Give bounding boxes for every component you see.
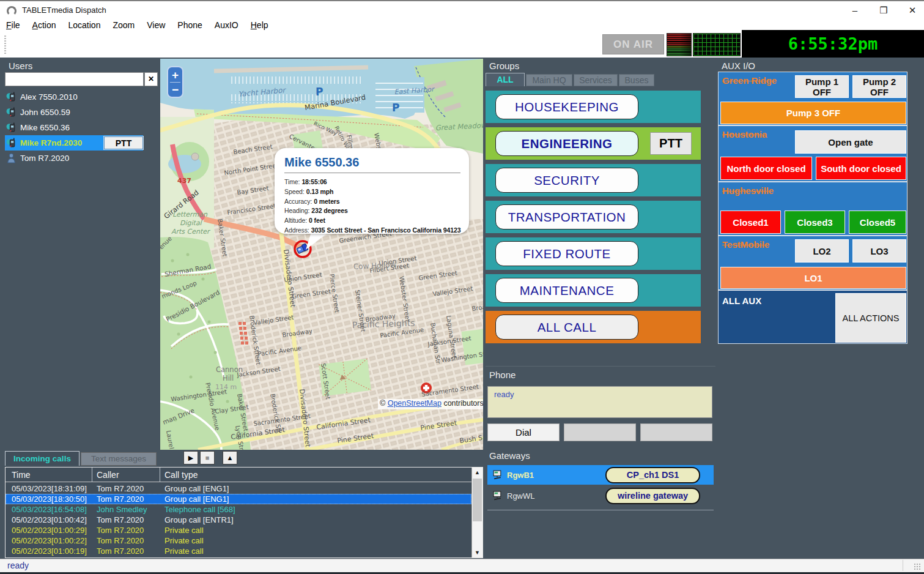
- expand-calls-button[interactable]: ▲: [223, 451, 237, 464]
- group-button-fixed-route[interactable]: FIXED ROUTE: [495, 241, 638, 266]
- calls-table-header: Time Caller Call type: [6, 468, 471, 482]
- map-label: Arts Center: [171, 228, 211, 236]
- aux-button-pump-3-off[interactable]: Pump 3 OFF: [720, 102, 906, 124]
- aux-section-name: TestMobile: [722, 239, 769, 250]
- user-search-input[interactable]: [5, 72, 144, 86]
- phone-display[interactable]: ready: [487, 386, 712, 418]
- menu-action[interactable]: Action: [26, 18, 62, 32]
- menu-location[interactable]: Location: [62, 18, 107, 32]
- aux-button-pump-2-off[interactable]: Pump 2 OFF: [852, 75, 906, 98]
- user-list-item[interactable]: Tom R7.2020: [5, 151, 143, 166]
- call-log-row[interactable]: 05/02/2023[01:00:19]Tom R7.2020Private c…: [6, 546, 471, 556]
- radio-icon: [6, 122, 17, 133]
- map-label: P: [392, 102, 399, 114]
- group-button-transportation[interactable]: TRANSPORTATION: [495, 204, 638, 229]
- group-button-maintenance[interactable]: MAINTENANCE: [495, 278, 638, 303]
- gateway-row[interactable]: RgwWLwireline gateway: [487, 486, 714, 505]
- aux-button-closed5[interactable]: Closed5: [849, 211, 906, 234]
- aux-button-all-actions[interactable]: ALL ACTIONS: [835, 293, 906, 343]
- group-row: TRANSPORTATION: [486, 201, 701, 233]
- clock-display: 6:55:32pm: [742, 30, 924, 58]
- phone-panel-title: Phone: [489, 370, 516, 380]
- menu-phone[interactable]: Phone: [171, 18, 208, 32]
- title-bar: TABLETmedia Dispatch – ❒ ✕: [0, 1, 924, 18]
- scroll-down-arrow: ▼: [472, 548, 482, 557]
- gateway-channel-button[interactable]: wireline gateway: [605, 488, 700, 504]
- map-label: Hill: [223, 374, 234, 382]
- resize-grip[interactable]: [914, 563, 922, 571]
- aux-section-testmobile: TestMobileLO2LO3LO1: [718, 236, 907, 290]
- aux-button-lo2[interactable]: LO2: [795, 239, 849, 263]
- call-log-row[interactable]: 05/03/2023[16:54:08]John SmedleyTelephon…: [6, 504, 471, 515]
- maximize-button[interactable]: ❒: [874, 4, 893, 17]
- aux-section-green-ridge: Green RidgePump 1 OFFPump 2 OFFPump 3 OF…: [718, 72, 907, 125]
- popup-data-row: Time:18:55:06: [284, 177, 460, 187]
- gateway-channel-button[interactable]: CP_ch1 DS1: [605, 467, 700, 483]
- menu-help[interactable]: Help: [245, 18, 275, 32]
- aux-button-south-door-closed[interactable]: South door closed: [816, 157, 906, 180]
- user-list-item[interactable]: John 6550.59: [5, 105, 143, 120]
- window-title: TABLETmedia Dispatch: [22, 6, 106, 15]
- user-name: Mike 6550.36: [20, 123, 70, 132]
- openstreetmap-link[interactable]: OpenStreetMap: [388, 399, 442, 408]
- aux-button-north-door-closed[interactable]: North door closed: [720, 157, 812, 180]
- groups-tab-buses[interactable]: Buses: [619, 74, 654, 86]
- group-button-security[interactable]: SECURITY: [495, 168, 638, 193]
- user-list-item[interactable]: Mike 6550.36: [5, 120, 143, 135]
- menu-view[interactable]: View: [141, 18, 171, 32]
- user-list-item[interactable]: Alex 7550.2010: [5, 89, 143, 105]
- call-log-row[interactable]: 05/02/2023[01:00:29]Tom R7.2020Private c…: [6, 525, 471, 535]
- map-popup: Mike 6550.36 Time:18:55:06Speed:0.13 mph…: [275, 148, 469, 234]
- aux-button-closed3[interactable]: Closed3: [785, 211, 845, 234]
- stop-call-button[interactable]: ■: [200, 451, 215, 464]
- phone-button-3[interactable]: [640, 423, 712, 441]
- map-zoom-out-button[interactable]: −: [168, 83, 182, 97]
- call-log-row[interactable]: 05/03/2023[18:30:50]Tom R7.2020Group cal…: [6, 494, 471, 504]
- terminal-icon: [492, 490, 503, 501]
- clear-search-button[interactable]: ✕: [144, 72, 158, 86]
- aux-button-lo1[interactable]: LO1: [720, 267, 906, 289]
- menu-auxio[interactable]: AuxIO: [209, 18, 245, 32]
- close-button[interactable]: ✕: [903, 4, 922, 17]
- calls-scrollbar[interactable]: ▲ ▼: [471, 468, 482, 557]
- call-log-row[interactable]: 05/03/2023[18:31:09]Tom R7.2020Group cal…: [6, 483, 471, 494]
- terminal-icon: [492, 469, 503, 480]
- group-button-engineering[interactable]: ENGINEERING: [495, 131, 638, 156]
- aux-button-closed1[interactable]: Closed1: [720, 211, 781, 234]
- dial-button[interactable]: Dial: [487, 423, 560, 441]
- user-list-item[interactable]: Mike R7nd.2030PTT: [5, 135, 143, 151]
- groups-tab-main-hq[interactable]: Main HQ: [526, 74, 572, 86]
- menu-file[interactable]: File: [0, 18, 26, 32]
- aux-button-lo3[interactable]: LO3: [852, 239, 906, 263]
- group-ptt-button[interactable]: PTT: [650, 132, 692, 155]
- aux-section-name: Hughesville: [722, 185, 774, 196]
- map-zoom-in-button[interactable]: +: [168, 68, 182, 83]
- groups-tab-services[interactable]: Services: [574, 74, 618, 86]
- phone-button-2[interactable]: [564, 423, 636, 441]
- group-button-housekeeping[interactable]: HOUSEKEEPING: [495, 94, 638, 119]
- groups-tab-all[interactable]: ALL: [486, 73, 525, 86]
- menu-zoom[interactable]: Zoom: [106, 18, 141, 32]
- calls-tab-incoming-calls[interactable]: Incoming calls: [5, 451, 79, 466]
- calls-tab-text-messages[interactable]: Text messages: [81, 452, 157, 466]
- map[interactable]: Yacht HarborEast HarborGreat MeadowMarin…: [160, 59, 483, 450]
- vu-meter: [667, 33, 692, 56]
- user-ptt-button[interactable]: PTT: [104, 136, 143, 149]
- call-log-row[interactable]: 05/02/2023[01:00:22]Tom R7.2020Private c…: [6, 535, 471, 546]
- aux-button-open-gate[interactable]: Open gate: [795, 130, 906, 154]
- aux-section-hughesville: HughesvilleClosed1Closed3Closed5: [718, 182, 907, 236]
- map-label: Digital: [180, 219, 203, 227]
- group-button-all-call[interactable]: ALL CALL: [495, 315, 638, 340]
- map-label: P: [316, 86, 323, 98]
- aux-button-pump-1-off[interactable]: Pump 1 OFF: [795, 75, 849, 98]
- gateways-panel-title: Gateways: [489, 450, 530, 461]
- minimize-button[interactable]: –: [846, 4, 864, 17]
- group-row: SECURITY: [486, 164, 701, 196]
- gateway-row[interactable]: RgwB1CP_ch1 DS1: [487, 465, 714, 485]
- play-call-button[interactable]: ▶: [183, 451, 198, 464]
- popup-data-row: Altitude:0 feet: [284, 216, 460, 226]
- user-name: Mike R7nd.2030: [20, 138, 82, 147]
- map-label: Cannon: [216, 365, 243, 374]
- user-name: Alex 7550.2010: [20, 92, 78, 102]
- call-log-row[interactable]: 05/02/2023[01:00:42]Tom R7.2020Group cal…: [6, 515, 471, 525]
